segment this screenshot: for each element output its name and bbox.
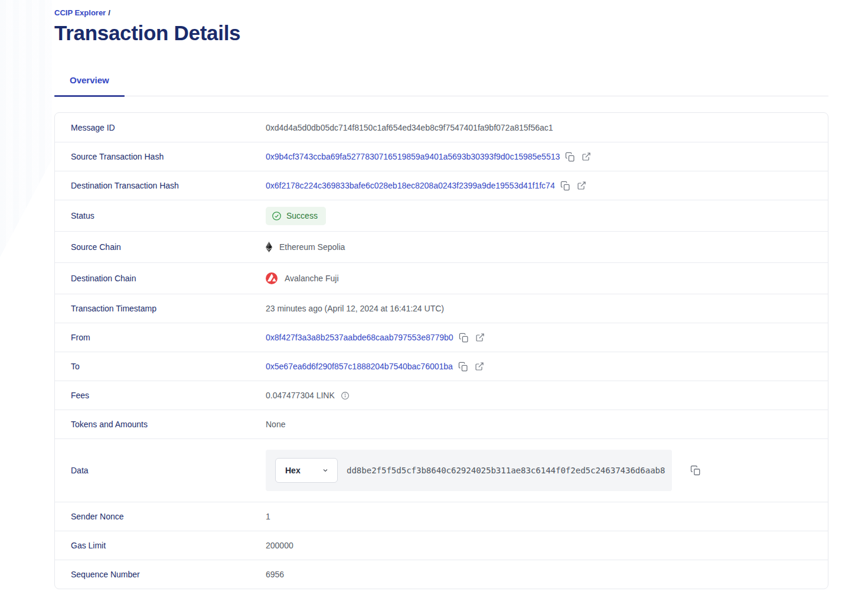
tokens-value: None [266, 420, 285, 429]
dest-chain: Avalanche Fuji [266, 272, 339, 284]
check-circle-icon [272, 211, 282, 221]
table-row-data: Data Hex dd8be2f5f5d5cf3b8640c62924025b3… [55, 438, 828, 502]
data-format-selected: Hex [285, 466, 301, 475]
data-format-select[interactable]: Hex [275, 458, 338, 483]
table-row-to: To 0x5e67ea6d6f290f857c1888204b7540bac76… [55, 352, 828, 381]
gas-limit-value: 200000 [266, 541, 293, 550]
breadcrumb-ccip-explorer-link[interactable]: CCIP Explorer [54, 8, 106, 17]
row-label: To [55, 362, 266, 371]
transaction-details-page: CCIP Explorer/ Transaction Details Overv… [54, 0, 828, 589]
message-id-value: 0xd4d4a5d0db05dc714f8150c1af654ed34eb8c9… [266, 123, 553, 132]
table-row-status: Status Success [55, 200, 828, 231]
row-label: Source Transaction Hash [55, 152, 266, 161]
status-text: Success [286, 211, 318, 220]
copy-icon[interactable] [458, 332, 470, 344]
row-label: Fees [55, 391, 266, 400]
row-label: Destination Transaction Hash [55, 181, 266, 190]
sender-nonce-value: 1 [266, 512, 270, 521]
copy-icon[interactable] [689, 464, 702, 477]
page-title: Transaction Details [54, 21, 828, 46]
row-label: Source Chain [55, 242, 266, 252]
timestamp-value: 23 minutes ago (April 12, 2024 at 16:41:… [266, 304, 444, 313]
tab-overview[interactable]: Overview [54, 69, 125, 96]
external-link-icon[interactable] [474, 360, 485, 372]
info-icon[interactable] [341, 391, 350, 400]
table-row-message-id: Message ID 0xd4d4a5d0db05dc714f8150c1af6… [55, 113, 828, 142]
left-decor-gradient [0, 0, 52, 257]
breadcrumb: CCIP Explorer/ [54, 0, 828, 17]
row-label: Destination Chain [55, 274, 266, 283]
external-link-icon[interactable] [474, 332, 486, 343]
transaction-details-card: Message ID 0xd4d4a5d0db05dc714f8150c1af6… [54, 112, 828, 589]
row-label: From [55, 333, 266, 342]
source-chain-name: Ethereum Sepolia [279, 242, 345, 252]
from-address-link[interactable]: 0x8f427f3a3a8b2537aabde68caab797553e8779… [266, 333, 453, 342]
table-row-dest-chain: Destination Chain Avalanche Fuji [55, 262, 828, 294]
data-hex-value: dd8be2f5f5d5cf3b8640c62924025b311ae83c61… [347, 466, 665, 475]
data-hex-box: Hex dd8be2f5f5d5cf3b8640c62924025b311ae8… [266, 450, 672, 491]
source-tx-hash-link[interactable]: 0x9b4cf3743ccba69fa5277830716519859a9401… [266, 152, 560, 161]
table-row-fees: Fees 0.047477304 LINK [55, 381, 828, 410]
to-address-link[interactable]: 0x5e67ea6d6f290f857c1888204b7540bac76001… [266, 362, 453, 371]
table-row-from: From 0x8f427f3a3a8b2537aabde68caab797553… [55, 323, 828, 352]
copy-icon[interactable] [559, 180, 572, 192]
table-row-sequence-number: Sequence Number 6956 [55, 560, 828, 589]
copy-icon[interactable] [564, 151, 576, 163]
breadcrumb-separator: / [108, 8, 110, 17]
row-label: Status [55, 211, 266, 220]
table-row-tokens: Tokens and Amounts None [55, 410, 828, 438]
row-label: Gas Limit [55, 541, 266, 550]
table-row-source-tx-hash: Source Transaction Hash 0x9b4cf3743ccba6… [55, 142, 828, 171]
row-label: Sender Nonce [55, 512, 266, 521]
row-label: Sequence Number [55, 570, 266, 579]
table-row-sender-nonce: Sender Nonce 1 [55, 502, 828, 531]
row-label: Data [55, 466, 266, 475]
row-label: Message ID [55, 123, 266, 132]
table-row-dest-tx-hash: Destination Transaction Hash 0x6f2178c22… [55, 171, 828, 200]
dest-chain-name: Avalanche Fuji [285, 274, 339, 283]
tab-bar: Overview [54, 69, 828, 96]
source-chain: Ethereum Sepolia [266, 242, 345, 252]
copy-icon[interactable] [457, 360, 469, 373]
table-row-timestamp: Transaction Timestamp 23 minutes ago (Ap… [55, 294, 828, 323]
external-link-icon[interactable] [580, 151, 592, 163]
avalanche-icon [266, 272, 278, 284]
dest-tx-hash-link[interactable]: 0x6f2178c224c369833bafe6c028eb18ec8208a0… [266, 181, 555, 190]
ethereum-icon [266, 242, 272, 252]
external-link-icon[interactable] [576, 180, 588, 191]
table-row-gas-limit: Gas Limit 200000 [55, 531, 828, 560]
sequence-number-value: 6956 [266, 570, 284, 579]
row-label: Tokens and Amounts [55, 420, 266, 429]
row-label: Transaction Timestamp [55, 304, 266, 313]
status-badge: Success [266, 207, 326, 225]
table-row-source-chain: Source Chain Ethereum Sepolia [55, 231, 828, 262]
fees-value: 0.047477304 LINK [266, 391, 335, 400]
chevron-down-icon [322, 467, 329, 474]
